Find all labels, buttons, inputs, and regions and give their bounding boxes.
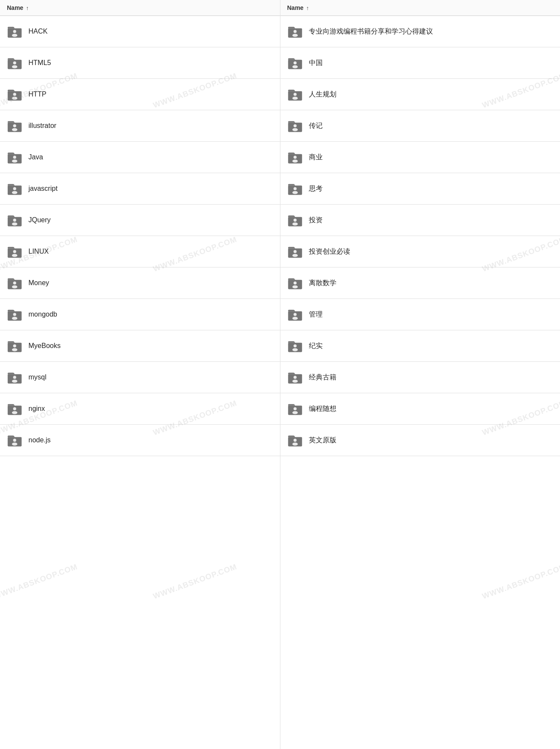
svg-point-64	[293, 250, 296, 253]
list-item[interactable]: 商业	[280, 142, 560, 173]
folder-icon	[7, 149, 22, 165]
svg-point-61	[293, 218, 296, 221]
svg-point-40	[13, 438, 16, 441]
item-name: LINUX	[28, 248, 273, 255]
list-item[interactable]: 专业向游戏编程书籍分享和学习心得建议	[280, 16, 560, 47]
list-item[interactable]: 英文原版	[280, 425, 560, 456]
column-header-label: Name	[287, 4, 304, 11]
folder-icon	[7, 118, 22, 134]
svg-point-76	[293, 376, 296, 379]
column-0: Name ↑ HACK HTML5 HTTP illustrator	[0, 0, 280, 749]
sort-arrow-icon: ↑	[26, 5, 29, 11]
column-0-header[interactable]: Name ↑	[0, 0, 280, 16]
list-item[interactable]: Java	[0, 142, 280, 173]
svg-point-35	[12, 379, 18, 382]
item-name: HTTP	[28, 90, 273, 98]
list-item[interactable]: 中国	[280, 47, 560, 79]
folder-icon	[287, 118, 303, 134]
list-item[interactable]: HTTP	[0, 79, 280, 110]
folder-icon	[287, 370, 303, 385]
item-name: mysql	[28, 373, 273, 381]
folder-icon	[7, 275, 22, 291]
svg-point-62	[292, 222, 298, 225]
item-name: 投资创业必读	[309, 247, 554, 256]
svg-point-34	[13, 376, 16, 379]
svg-point-49	[293, 93, 296, 96]
list-item[interactable]: 编程随想	[280, 393, 560, 425]
sort-arrow-icon: ↑	[306, 5, 309, 11]
svg-point-16	[13, 187, 16, 190]
svg-point-82	[293, 438, 296, 441]
svg-point-74	[292, 348, 298, 351]
svg-point-11	[12, 128, 18, 131]
folder-icon	[7, 307, 22, 322]
item-name: nginx	[28, 405, 273, 413]
list-item[interactable]: 管理	[280, 299, 560, 330]
list-item[interactable]: 人生规划	[280, 79, 560, 110]
list-item[interactable]: node.js	[0, 425, 280, 456]
list-item[interactable]: nginx	[0, 393, 280, 425]
list-item[interactable]: HTML5	[0, 47, 280, 79]
item-name: HACK	[28, 28, 273, 35]
svg-point-2	[12, 34, 18, 37]
item-name: 人生规划	[309, 90, 554, 99]
svg-point-73	[293, 344, 296, 347]
list-item[interactable]: illustrator	[0, 110, 280, 142]
item-name: 传记	[309, 121, 554, 131]
svg-point-14	[12, 159, 18, 162]
svg-point-32	[12, 348, 18, 351]
svg-point-68	[292, 285, 298, 288]
list-item[interactable]: HACK	[0, 16, 280, 47]
folder-icon	[287, 24, 303, 39]
item-name: Java	[28, 153, 273, 161]
svg-point-38	[12, 411, 18, 414]
column-1: Name ↑ 专业向游戏编程书籍分享和学习心得建议 中国 人生规划 传记	[280, 0, 560, 749]
folder-icon	[7, 432, 22, 448]
list-item[interactable]: MyeBooks	[0, 330, 280, 362]
item-name: 经典古籍	[309, 373, 554, 382]
folder-icon	[7, 181, 22, 196]
column-1-header[interactable]: Name ↑	[280, 0, 560, 16]
list-item[interactable]: 投资	[280, 205, 560, 236]
item-name: 离散数学	[309, 279, 554, 288]
svg-point-10	[13, 124, 16, 127]
list-item[interactable]: javascript	[0, 173, 280, 205]
svg-point-41	[12, 442, 18, 445]
svg-point-23	[12, 254, 18, 257]
svg-point-55	[293, 155, 296, 159]
item-name: Money	[28, 279, 273, 287]
svg-point-13	[13, 155, 16, 159]
svg-point-50	[292, 96, 298, 99]
folder-icon	[7, 24, 22, 39]
list-item[interactable]: Money	[0, 267, 280, 299]
svg-point-47	[292, 65, 298, 68]
list-item[interactable]: 传记	[280, 110, 560, 142]
list-item[interactable]: mongodb	[0, 299, 280, 330]
folder-icon	[7, 87, 22, 102]
svg-point-17	[12, 191, 18, 194]
svg-point-65	[292, 254, 298, 257]
list-item[interactable]: 经典古籍	[280, 362, 560, 393]
item-name: 英文原版	[309, 436, 554, 445]
item-name: HTML5	[28, 59, 273, 67]
list-item[interactable]: mysql	[0, 362, 280, 393]
list-item[interactable]: 纪实	[280, 330, 560, 362]
svg-point-52	[293, 124, 296, 127]
item-name: 商业	[309, 153, 554, 162]
folder-icon	[7, 370, 22, 385]
svg-point-59	[292, 191, 298, 194]
list-item[interactable]: 思考	[280, 173, 560, 205]
folder-icon	[287, 244, 303, 259]
svg-point-29	[12, 317, 18, 320]
list-item[interactable]: 投资创业必读	[280, 236, 560, 267]
svg-point-28	[13, 313, 16, 316]
folder-icon	[287, 307, 303, 322]
item-name: mongodb	[28, 311, 273, 318]
svg-point-71	[292, 317, 298, 320]
svg-point-25	[13, 281, 16, 284]
list-item[interactable]: 离散数学	[280, 267, 560, 299]
svg-point-58	[293, 187, 296, 190]
item-name: 纪实	[309, 342, 554, 351]
list-item[interactable]: JQuery	[0, 205, 280, 236]
list-item[interactable]: LINUX	[0, 236, 280, 267]
